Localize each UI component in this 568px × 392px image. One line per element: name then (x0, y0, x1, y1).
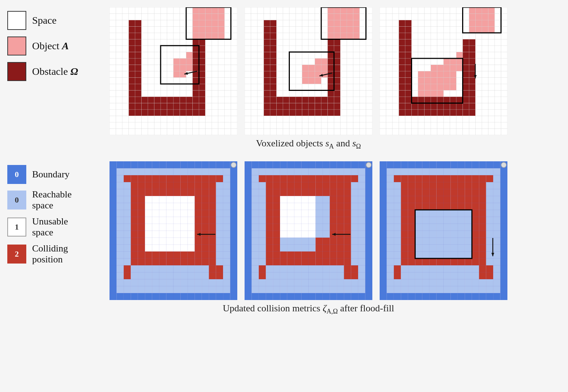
colliding-swatch: 2 (7, 245, 26, 264)
top-caption: Voxelized objects sA and sΩ (256, 138, 361, 150)
top-legend: Space Object A Obstacle Ω (7, 7, 110, 81)
boundary-swatch: 0 (7, 165, 26, 184)
boundary-label: Boundary (32, 169, 70, 180)
legend-space: Space (7, 11, 110, 30)
bottom-grids-row (110, 161, 507, 300)
top-grids-row (110, 7, 507, 135)
bottom-legend: 0 Boundary 0 Reachablespace 1 Unusablesp… (7, 161, 110, 265)
unusable-label: Unusablespace (32, 216, 68, 238)
legend-boundary: 0 Boundary (7, 165, 110, 184)
colliding-label: Collidingposition (32, 243, 68, 265)
reachable-label: Reachablespace (32, 189, 72, 211)
legend-obstacle: Obstacle Ω (7, 62, 110, 81)
legend-object-a: Object A (7, 36, 110, 55)
object-a-label: Object A (32, 40, 69, 52)
top-grids-section: Voxelized objects sA and sΩ (110, 7, 507, 150)
bottom-grid-2 (245, 161, 372, 300)
legend-colliding: 2 Collidingposition (7, 243, 110, 265)
object-a-swatch (7, 36, 26, 55)
space-label: Space (32, 15, 57, 26)
legend-reachable: 0 Reachablespace (7, 189, 110, 211)
reachable-swatch: 0 (7, 191, 26, 210)
bottom-grid-3 (380, 161, 507, 300)
bottom-grids-section: Updated collision metrics ζA,Ω after flo… (110, 161, 507, 315)
legend-unusable: 1 Unusablespace (7, 216, 110, 238)
bottom-caption: Updated collision metrics ζA,Ω after flo… (223, 303, 394, 315)
top-grid-3 (380, 7, 507, 135)
bottom-section: 0 Boundary 0 Reachablespace 1 Unusablesp… (7, 161, 561, 315)
top-grid-1 (110, 7, 237, 135)
top-section: Space Object A Obstacle Ω Voxelized obje… (7, 7, 561, 150)
top-grid-2 (245, 7, 372, 135)
unusable-swatch: 1 (7, 218, 26, 237)
obstacle-label: Obstacle Ω (32, 66, 78, 77)
bottom-grid-1 (110, 161, 237, 300)
space-swatch (7, 11, 26, 30)
obstacle-swatch (7, 62, 26, 81)
